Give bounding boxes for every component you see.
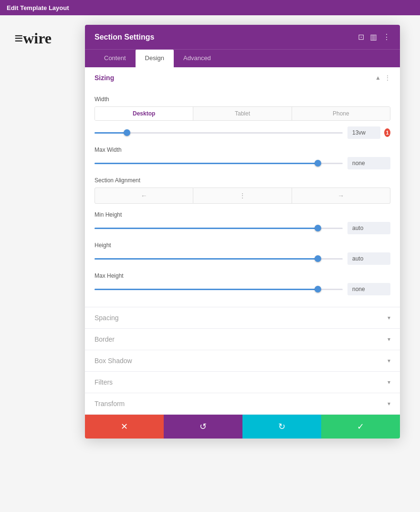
sizing-more-icon[interactable]: ⋮ xyxy=(385,74,390,81)
tab-design[interactable]: Design xyxy=(136,50,174,67)
height-slider[interactable] xyxy=(94,254,343,263)
spacing-section-title: Spacing xyxy=(94,314,119,322)
min-height-slider[interactable] xyxy=(94,223,343,233)
box-shadow-chevron-icon: ▾ xyxy=(388,357,390,364)
more-options-icon[interactable]: ⋮ xyxy=(383,32,390,42)
width-slider[interactable] xyxy=(94,128,343,137)
width-slider-row: 1 xyxy=(94,126,390,139)
width-value-input[interactable] xyxy=(347,126,380,139)
min-height-slider-row xyxy=(94,222,390,234)
max-height-slider-row xyxy=(94,283,390,295)
border-section-title: Border xyxy=(94,335,115,343)
redo-button[interactable]: ↻ xyxy=(242,415,321,439)
box-shadow-section: Box Shadow ▾ xyxy=(85,350,400,372)
spacing-section: Spacing ▾ xyxy=(85,307,400,329)
width-label: Width xyxy=(94,96,390,103)
modal-title: Section Settings xyxy=(94,33,154,42)
modal-body: Sizing ▲ ⋮ Width Desktop xyxy=(85,67,400,415)
tab-advanced[interactable]: Advanced xyxy=(174,50,220,67)
max-height-input-box xyxy=(347,283,390,295)
action-bar: ✕ ↺ ↻ ✓ xyxy=(85,415,400,439)
sizing-content: Width Desktop Tablet Phone xyxy=(85,96,400,307)
max-width-input-box xyxy=(347,157,390,169)
max-width-value-input[interactable] xyxy=(347,157,390,169)
height-input-box xyxy=(347,252,390,265)
filters-section-header[interactable]: Filters ▾ xyxy=(85,372,400,393)
transform-section-header[interactable]: Transform ▾ xyxy=(85,393,400,414)
min-height-input-box xyxy=(347,222,390,234)
logo: ≡wire xyxy=(14,30,52,47)
align-right-button[interactable]: → xyxy=(292,188,390,204)
device-tab-desktop[interactable]: Desktop xyxy=(95,107,193,120)
filters-section-title: Filters xyxy=(94,378,113,386)
border-chevron-icon: ▾ xyxy=(388,336,390,343)
device-tab-phone[interactable]: Phone xyxy=(292,107,390,120)
max-width-slider-row xyxy=(94,157,390,169)
section-settings-modal: Section Settings ⊡ ▥ ⋮ Content Design Ad… xyxy=(85,25,400,439)
height-slider-row xyxy=(94,252,390,265)
undo-button[interactable]: ↺ xyxy=(164,415,242,439)
min-height-label: Min Height xyxy=(94,211,390,218)
expand-icon[interactable]: ⊡ xyxy=(358,32,364,42)
columns-icon[interactable]: ▥ xyxy=(370,32,377,42)
tab-content[interactable]: Content xyxy=(94,50,136,67)
box-shadow-section-header[interactable]: Box Shadow ▾ xyxy=(85,350,400,371)
modal-header: Section Settings ⊡ ▥ ⋮ xyxy=(85,25,400,49)
filters-chevron-icon: ▾ xyxy=(388,379,390,386)
align-left-button[interactable]: ← xyxy=(94,188,193,204)
modal-header-icons: ⊡ ▥ ⋮ xyxy=(358,32,390,42)
section-alignment-buttons: ← ⋮ → xyxy=(94,188,390,204)
sizing-header-icons: ▲ ⋮ xyxy=(375,74,390,81)
transform-section-title: Transform xyxy=(94,400,125,408)
width-input-box: 1 xyxy=(347,126,390,139)
cancel-button[interactable]: ✕ xyxy=(85,415,164,439)
spacing-chevron-icon: ▾ xyxy=(388,314,390,321)
max-height-label: Max Height xyxy=(94,272,390,279)
max-height-value-input[interactable] xyxy=(347,283,390,295)
max-width-label: Max Width xyxy=(94,146,390,153)
sizing-section: Sizing ▲ ⋮ Width Desktop xyxy=(85,67,400,307)
max-width-slider[interactable] xyxy=(94,158,343,168)
transform-chevron-icon: ▾ xyxy=(388,400,390,407)
top-bar-title: Edit Template Layout xyxy=(7,4,69,11)
device-tab-tablet[interactable]: Tablet xyxy=(193,107,292,120)
height-value-input[interactable] xyxy=(347,252,390,265)
height-label: Height xyxy=(94,242,390,249)
section-alignment-label: Section Alignment xyxy=(94,177,390,184)
width-error-badge: 1 xyxy=(384,128,390,137)
sizing-chevron-up-icon[interactable]: ▲ xyxy=(375,74,381,81)
device-tabs: Desktop Tablet Phone xyxy=(94,106,390,121)
border-section: Border ▾ xyxy=(85,329,400,350)
transform-section: Transform ▾ xyxy=(85,393,400,415)
sizing-section-header[interactable]: Sizing ▲ ⋮ xyxy=(85,67,400,88)
top-bar: Edit Template Layout xyxy=(0,0,420,15)
max-height-slider[interactable] xyxy=(94,284,343,294)
modal-tabs: Content Design Advanced xyxy=(85,49,400,67)
box-shadow-section-title: Box Shadow xyxy=(94,357,132,365)
sizing-section-title: Sizing xyxy=(94,74,114,82)
align-center-button[interactable]: ⋮ xyxy=(193,188,292,204)
border-section-header[interactable]: Border ▾ xyxy=(85,329,400,350)
min-height-value-input[interactable] xyxy=(347,222,390,234)
save-button[interactable]: ✓ xyxy=(321,415,400,439)
filters-section: Filters ▾ xyxy=(85,372,400,393)
background-area: ≡wire Section Settings ⊡ ▥ ⋮ Content Des… xyxy=(0,15,420,512)
spacing-section-header[interactable]: Spacing ▾ xyxy=(85,307,400,328)
